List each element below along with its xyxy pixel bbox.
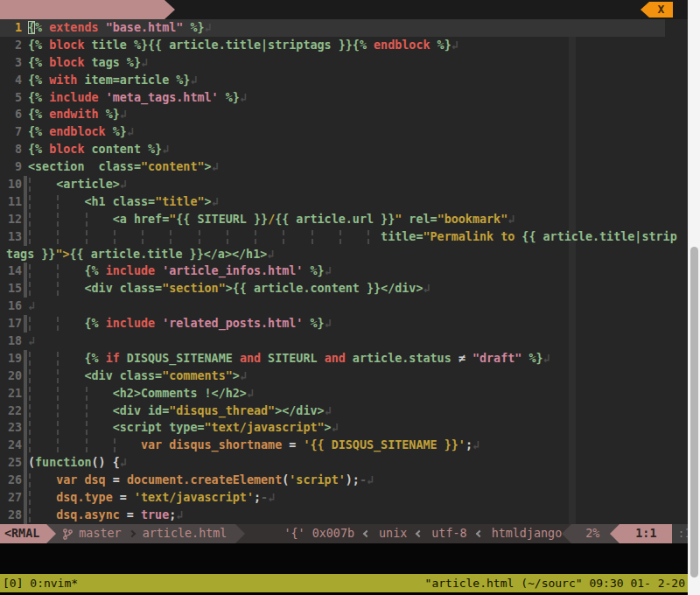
line-number: 28 [0, 507, 22, 524]
code-line[interactable]: 28 dsq.async = true;↲ [0, 507, 688, 524]
git-change-bar [24, 472, 27, 489]
code-line[interactable]: 19 {% if DISQUS_SITENAME and SITEURL and… [0, 350, 688, 368]
code-text: ↲ [28, 332, 35, 350]
code-line[interactable]: 11 <h1 class="title">↲ [0, 193, 688, 211]
eol-icon: ↲ [452, 38, 458, 52]
code-line[interactable]: 20 <div class="comments">↲ [0, 368, 688, 385]
code-line[interactable]: 27 dsq.type = 'text/javascript';-↲ [0, 489, 688, 507]
eol-icon: ↲ [543, 352, 550, 365]
git-change-bar [24, 228, 27, 246]
line-number: 23 [0, 419, 22, 437]
line-number: 13 [0, 228, 22, 246]
code-line[interactable]: 1{% extends "base.html" %}↲ [0, 19, 688, 37]
code-text: <div class="section">{{ article.content … [28, 280, 430, 298]
line-number: 2 [0, 37, 22, 54]
close-icon[interactable]: X [649, 2, 673, 18]
tab-close-button[interactable]: X [640, 2, 673, 18]
code-line[interactable]: 22 <div id="disqus_thread"></div>↲ [0, 402, 688, 420]
code-line[interactable]: 12 <a href="{{ SITEURL }}/{{ article.url… [0, 211, 688, 228]
git-change-bar [24, 419, 27, 437]
tmux-pane-title-clock: "article.html (~/sourc" 09:30 01- 2-20 [425, 574, 685, 592]
code-line[interactable]: 24 var disqus_shortname = '{{ DISQUS_SIT… [0, 437, 688, 454]
code-line[interactable]: 25(function() {↲ [0, 454, 688, 472]
code-text: {% endblock %}↲ [28, 123, 134, 141]
code-line[interactable]: 10 <article>↲ [0, 176, 688, 193]
code-line[interactable]: 6{% endwith %}↲ [0, 106, 688, 123]
scrollbar-track [688, 0, 700, 595]
line-number: 9 [0, 158, 22, 176]
eol-icon: ↲ [120, 456, 127, 469]
code-line[interactable]: 15 <div class="section">{{ article.conte… [0, 280, 688, 298]
git-change-bar [24, 507, 27, 524]
cursor-position: 1:1 [620, 524, 672, 543]
eol-icon: ↲ [162, 143, 169, 156]
git-change-bar [24, 368, 27, 385]
line-number: 16 [0, 298, 22, 315]
line-number: 20 [0, 368, 22, 385]
code-text: {% include 'article_infos.html' %}↲ [28, 262, 332, 280]
line-number: 24 [0, 437, 22, 454]
file-type: htmldjango [492, 524, 563, 543]
eol-icon: ↲ [28, 334, 35, 347]
eol-icon: ↲ [367, 473, 374, 486]
tab-article-html[interactable]: 1 article.html [0, 0, 164, 19]
code-line[interactable]: 26 var dsq = document.createElement('scr… [0, 472, 688, 489]
code-line[interactable]: 2{% block title %}{{ article.title|strip… [0, 37, 688, 54]
code-line[interactable]: tags }}">{{ article.title }}</a></h1>↲ [0, 246, 688, 263]
eol-icon: ↲ [332, 421, 339, 434]
git-change-bar [24, 176, 27, 193]
code-text: <div class="comments">↲ [28, 368, 247, 385]
git-change-bar [24, 437, 27, 454]
code-line[interactable]: 3{% block tags %}↲ [0, 54, 688, 72]
code-text: {% endwith %}↲ [28, 106, 127, 123]
close-arrow-icon [640, 2, 649, 18]
eol-icon: ↲ [325, 404, 332, 417]
tmux-session-window[interactable]: [0] 0:nvim* [3, 574, 78, 592]
line-number: 14 [0, 262, 22, 280]
mode-indicator: <RMAL [0, 524, 46, 543]
cursor-char-info: '{' 0x007b [284, 524, 354, 543]
git-branch-icon [63, 528, 73, 540]
git-change-bar [24, 193, 27, 211]
code-text: <h1 class="title">↲ [28, 193, 219, 211]
line-number: 4 [0, 72, 22, 89]
git-change-bar [24, 350, 27, 368]
code-line[interactable]: 7{% endblock %}↲ [0, 123, 688, 141]
eol-icon: ↲ [240, 91, 247, 104]
eol-icon: ↲ [268, 491, 275, 504]
code-text: title="Permalink to {{ article.title|str… [28, 228, 677, 246]
cursor-block: { [28, 21, 35, 34]
code-line[interactable]: 18↲ [0, 332, 688, 350]
eol-icon: ↲ [120, 108, 127, 121]
eol-icon: ↲ [212, 195, 219, 208]
line-number: 25 [0, 454, 22, 472]
code-line[interactable]: 17 {% include 'related_posts.html' %}↲ [0, 315, 688, 332]
code-line[interactable]: 5{% include 'meta_tags.html' %}↲ [0, 89, 688, 107]
eol-icon: ↲ [120, 178, 127, 191]
code-line[interactable]: 23 <script type="text/javascript">↲ [0, 419, 688, 437]
code-line[interactable]: 21 <h2>Comments !</h2>↲ [0, 385, 688, 402]
code-text: {% with item=article %}↲ [28, 72, 198, 89]
line-number: 26 [0, 472, 22, 489]
eol-icon: ↲ [247, 387, 254, 400]
eol-icon: ↲ [325, 317, 332, 330]
eol-icon: ↲ [472, 438, 480, 452]
code-line[interactable]: 14 {% include 'article_infos.html' %}↲ [0, 262, 688, 280]
code-line[interactable]: 16↲ [0, 298, 688, 315]
eol-icon: ↲ [176, 508, 183, 522]
editor[interactable]: 1{% extends "base.html" %}↲2{% block tit… [0, 19, 688, 524]
code-text: <h2>Comments !</h2>↲ [28, 385, 254, 402]
tmux-status-bar: [0] 0:nvim* "article.html (~/sourc" 09:3… [0, 574, 688, 592]
scrollbar-thumb[interactable] [690, 247, 698, 578]
code-line[interactable]: 4{% with item=article %}↲ [0, 72, 688, 89]
code-text: {% block tags %}↲ [28, 54, 148, 72]
code-line[interactable]: 13 title="Permalink to {{ article.title|… [0, 228, 688, 246]
command-line[interactable] [0, 543, 688, 574]
code-line[interactable]: 8{% block content %}↲ [0, 141, 688, 158]
git-change-bar [24, 402, 27, 420]
code-text: (function() {↲ [28, 454, 127, 472]
chevron-left-icon [416, 530, 423, 537]
code-line[interactable]: 9<section class="content">↲ [0, 158, 688, 176]
git-change-bar [24, 385, 27, 402]
chevron-right-icon [128, 530, 135, 537]
